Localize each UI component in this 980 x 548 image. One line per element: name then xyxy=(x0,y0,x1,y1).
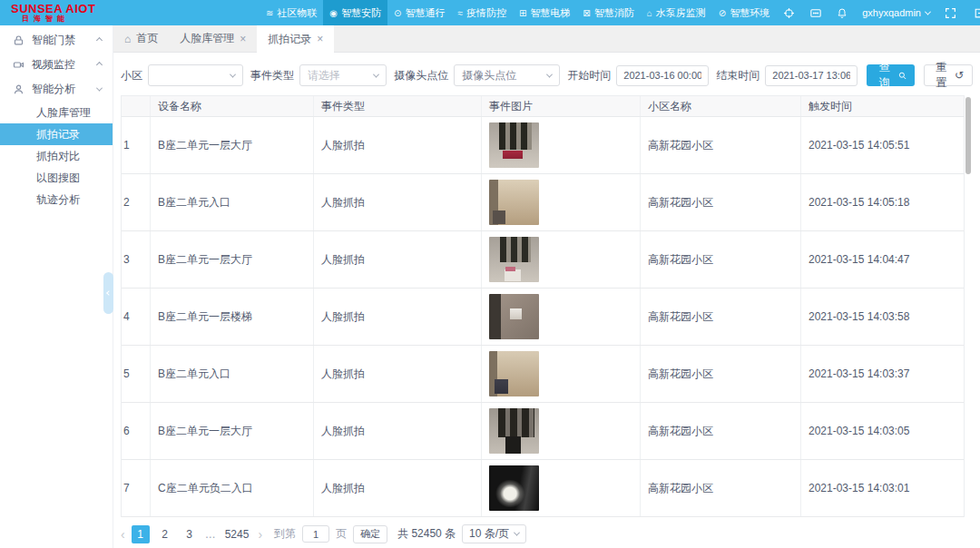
prev-page-arrow[interactable]: ‹ xyxy=(121,528,125,541)
nav-item-community-iot[interactable]: ≋ 社区物联 xyxy=(260,0,323,25)
sidebar-item-face-library[interactable]: 人脸库管理 xyxy=(0,102,113,123)
column-header-time: 触发时间 xyxy=(801,96,964,116)
table-row: 1 B座二单元一层大厅 人脸抓拍 高新花园小区 2021-03-15 14:05… xyxy=(122,117,964,174)
table-scrollbar[interactable] xyxy=(965,97,971,520)
column-header-event-type: 事件类型 xyxy=(314,96,482,116)
nav-item-fire[interactable]: ⊠ 智慧消防 xyxy=(576,0,640,25)
target-icon[interactable] xyxy=(776,0,802,25)
fullscreen-icon[interactable] xyxy=(937,0,964,25)
page-number[interactable]: 2 xyxy=(156,525,174,543)
sidebar-item-image-search[interactable]: 以图搜图 xyxy=(0,167,113,189)
sidebar-item-capture-records[interactable]: 抓拍记录 xyxy=(0,123,113,145)
search-button[interactable]: 查询 xyxy=(867,64,915,86)
event-type-label: 事件类型 xyxy=(250,68,294,83)
username: gxhyxqadmin xyxy=(862,7,921,18)
device-name: B座二单元一层大厅 xyxy=(151,231,314,288)
table-header: 设备名称 事件类型 事件图片 小区名称 触发时间 xyxy=(122,96,964,117)
jump-confirm-button[interactable]: 确定 xyxy=(353,525,387,543)
sidebar-group-label: 视频监控 xyxy=(32,57,75,73)
event-snapshot-image[interactable] xyxy=(489,408,539,454)
table-row: 7 C座二单元负二入口 人脸抓拍 高新花园小区 2021-03-15 14:03… xyxy=(122,460,964,517)
camera-label: 摄像头点位 xyxy=(394,68,448,83)
user-menu[interactable]: gxhyxqadmin xyxy=(855,0,937,25)
nav-label: 智慧安防 xyxy=(341,6,381,20)
tab-home[interactable]: ⌂ 首页 xyxy=(113,25,169,52)
event-snapshot-image[interactable] xyxy=(489,237,539,282)
nav-item-pump[interactable]: ⌂ 水泵房监测 xyxy=(641,0,712,25)
home-icon: ⌂ xyxy=(124,33,131,45)
event-type: 人脸抓拍 xyxy=(314,231,482,288)
device-name: B座二单元一层大厅 xyxy=(151,403,314,459)
sidebar-group-label: 智能分析 xyxy=(32,82,75,97)
logout-icon[interactable] xyxy=(973,0,980,25)
chevron-down-icon xyxy=(925,8,931,15)
search-button-label: 查询 xyxy=(875,60,893,91)
scrollbar-thumb[interactable] xyxy=(965,97,971,174)
nav-item-security[interactable]: ◉ 智慧安防 xyxy=(323,0,387,25)
chevron-down-icon xyxy=(373,71,379,77)
nav-item-elevator[interactable]: ⊞ 智慧电梯 xyxy=(513,0,576,25)
message-icon[interactable] xyxy=(802,0,829,25)
epidemic-icon: ≈ xyxy=(457,8,463,18)
table-row: 4 B座二单元一层楼梯 人脸抓拍 高新花园小区 2021-03-15 14:03… xyxy=(122,289,964,346)
chevron-down-icon xyxy=(546,71,553,77)
next-page-arrow[interactable]: › xyxy=(258,528,262,541)
camera-icon xyxy=(13,59,24,71)
topbar: SUNSEA AIOT 日海智能 ≋ 社区物联 ◉ 智慧安防 ⊙ 智慧通行 ≈ … xyxy=(0,0,980,25)
trigger-time: 2021-03-15 14:03:58 xyxy=(801,289,964,345)
page-number[interactable]: 3 xyxy=(181,525,199,543)
nav-label: 智慧电梯 xyxy=(530,6,570,20)
sidebar-group-access-control[interactable]: 智能门禁 xyxy=(0,28,113,53)
nav-item-epidemic[interactable]: ≈ 疫情防控 xyxy=(451,0,513,25)
camera-select[interactable]: 摄像头点位 xyxy=(454,64,560,86)
trigger-time: 2021-03-15 14:05:51 xyxy=(801,117,964,173)
row-index: 7 xyxy=(122,460,151,516)
bell-icon[interactable] xyxy=(829,0,855,25)
page-size-value: 10 条/页 xyxy=(469,526,509,542)
community-select[interactable] xyxy=(148,64,243,86)
jump-suffix-label: 页 xyxy=(336,526,347,542)
sidebar-item-capture-compare[interactable]: 抓拍对比 xyxy=(0,145,113,167)
nav-item-environment[interactable]: ⊘ 智慧环境 xyxy=(712,0,776,25)
device-name: B座二单元入口 xyxy=(151,346,314,402)
row-index: 2 xyxy=(122,174,151,230)
sidebar-group-video-monitor[interactable]: 视频监控 xyxy=(0,53,113,77)
end-time-input[interactable] xyxy=(765,65,858,86)
pump-icon: ⌂ xyxy=(647,8,652,18)
event-type: 人脸抓拍 xyxy=(314,117,482,173)
environment-icon: ⊘ xyxy=(719,8,726,18)
page-size-select[interactable]: 10 条/页 xyxy=(462,524,526,543)
page-number[interactable]: 1 xyxy=(132,525,150,543)
tab-capture-records[interactable]: 抓拍记录 × xyxy=(257,25,334,53)
sidebar-item-trajectory-analysis[interactable]: 轨迹分析 xyxy=(0,189,113,210)
page-ellipsis: … xyxy=(205,528,216,541)
person-icon xyxy=(13,83,24,95)
event-snapshot-image[interactable] xyxy=(489,294,539,339)
jump-page-input[interactable] xyxy=(302,525,329,543)
sidebar-collapse-handle[interactable] xyxy=(103,272,113,314)
event-type: 人脸抓拍 xyxy=(314,289,482,345)
nav-label: 疫情防控 xyxy=(466,6,506,20)
start-time-label: 开始时间 xyxy=(567,68,611,83)
main-content: 小区 事件类型 请选择 摄像头点位 摄像头点位 开始时间 结束时间 查询 重置 … xyxy=(113,53,980,548)
page-number[interactable]: 5245 xyxy=(222,525,252,543)
sidebar-group-smart-analysis[interactable]: 智能分析 xyxy=(0,77,113,102)
search-icon xyxy=(898,71,906,81)
table-row: 2 B座二单元入口 人脸抓拍 高新花园小区 2021-03-15 14:05:1… xyxy=(122,174,964,231)
reset-button[interactable]: 重置 ↺ xyxy=(924,64,973,86)
trigger-time: 2021-03-15 14:03:05 xyxy=(801,403,964,459)
event-type: 人脸抓拍 xyxy=(314,460,482,516)
tab-face-library[interactable]: 人脸库管理 × xyxy=(169,25,257,52)
logo-subtext: 日海智能 xyxy=(11,15,120,24)
close-icon[interactable]: × xyxy=(317,34,323,44)
event-snapshot-image[interactable] xyxy=(489,465,539,511)
close-icon[interactable]: × xyxy=(240,34,246,44)
event-type-placeholder: 请选择 xyxy=(308,68,340,83)
event-snapshot-image[interactable] xyxy=(489,122,539,168)
event-type-select[interactable]: 请选择 xyxy=(299,64,387,86)
start-time-input[interactable] xyxy=(616,65,709,86)
event-snapshot-image[interactable] xyxy=(489,180,539,225)
nav-item-access[interactable]: ⊙ 智慧通行 xyxy=(387,0,451,25)
event-snapshot-image[interactable] xyxy=(489,351,539,396)
chevron-down-icon xyxy=(96,85,103,92)
